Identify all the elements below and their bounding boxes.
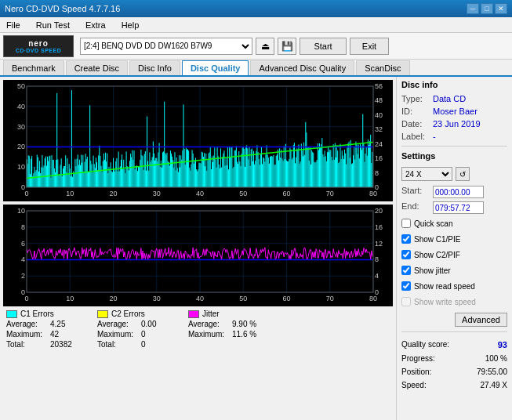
- position-row: Position: 79:55.00: [401, 368, 507, 376]
- legend-c1-total: Total: 20382: [6, 340, 82, 349]
- legend-c2-total-label: Total:: [97, 340, 140, 349]
- tab-advanced-disc-quality[interactable]: Advanced Disc Quality: [250, 60, 354, 75]
- c1-color-box: [6, 310, 17, 318]
- disc-label-value: -: [433, 132, 436, 141]
- legend-jitter-max: Maximum: 11.6 %: [188, 330, 263, 339]
- legend-c2-max-label: Maximum:: [97, 330, 140, 339]
- disc-type-label: Type:: [401, 94, 430, 103]
- refresh-icon[interactable]: ↺: [456, 167, 470, 181]
- legend-c1-avg: Average: 4.25: [6, 320, 82, 328]
- menu-file[interactable]: File: [3, 20, 24, 31]
- legend-c2-total: Total: 0: [97, 340, 172, 349]
- legend-c1: C1 Errors Average: 4.25 Maximum: 42 Tota…: [6, 310, 82, 353]
- show-jitter-checkbox[interactable]: [401, 266, 411, 275]
- tab-disc-quality[interactable]: Disc Quality: [182, 60, 249, 75]
- eject-icon[interactable]: ⏏: [256, 38, 274, 55]
- drive-select[interactable]: [2:4] BENQ DVD DD DW1620 B7W9: [80, 38, 252, 55]
- nero-logo-bottom: CD·DVD SPEED: [16, 48, 62, 53]
- disc-label-row: Label: -: [401, 132, 507, 141]
- disc-info-title: Disc info: [401, 80, 507, 89]
- title-buttons: ─ □ ✕: [467, 3, 507, 14]
- quality-score-label: Quality score:: [401, 340, 449, 349]
- show-read-speed-checkbox[interactable]: [401, 281, 411, 291]
- quick-scan-row: Quick scan: [401, 217, 507, 230]
- maximize-button[interactable]: □: [481, 3, 493, 14]
- legend-c2: C2 Errors Average: 0.00 Maximum: 0 Total…: [97, 310, 172, 353]
- speed-select[interactable]: 24 X: [401, 167, 452, 181]
- nero-logo-top: nero: [28, 39, 49, 48]
- exit-button[interactable]: Exit: [350, 38, 389, 55]
- chart-top: [3, 80, 393, 201]
- legend-c2-max-value: 0: [141, 330, 172, 339]
- chart-area: C1 Errors Average: 4.25 Maximum: 42 Tota…: [0, 77, 396, 420]
- save-icon[interactable]: 💾: [278, 38, 296, 55]
- show-jitter-row: Show jitter: [401, 264, 507, 277]
- disc-date-value: 23 Jun 2019: [433, 119, 481, 129]
- minimize-button[interactable]: ─: [467, 3, 479, 14]
- show-c1pie-checkbox[interactable]: [401, 234, 411, 244]
- settings-title: Settings: [401, 151, 507, 161]
- title-bar: Nero CD-DVD Speed 4.7.7.16 ─ □ ✕: [0, 0, 512, 17]
- divider-2: [401, 331, 507, 332]
- legend-jitter-avg-value: 9.90 %: [232, 320, 263, 328]
- show-write-speed-label: Show write speed: [414, 298, 476, 306]
- legend-jitter: Jitter Average: 9.90 % Maximum: 11.6 %: [188, 310, 263, 353]
- end-label: End:: [401, 201, 430, 214]
- show-write-speed-checkbox[interactable]: [401, 297, 411, 306]
- speed-row: Speed: 27.49 X: [401, 381, 507, 389]
- close-button[interactable]: ✕: [495, 3, 507, 14]
- legend-jitter-title: Jitter: [188, 310, 263, 318]
- quick-scan-label: Quick scan: [414, 219, 452, 228]
- disc-date-label: Date:: [401, 119, 430, 129]
- legend-c2-max: Maximum: 0: [97, 330, 172, 339]
- show-c1pie-label: Show C1/PIE: [414, 235, 460, 244]
- tab-disc-info[interactable]: Disc Info: [129, 60, 180, 75]
- legend-c1-total-label: Total:: [6, 340, 49, 349]
- legend-jitter-max-label: Maximum:: [188, 330, 231, 339]
- speed-label: Speed:: [401, 381, 427, 389]
- legend-c1-label: C1 Errors: [20, 310, 54, 318]
- quick-scan-checkbox[interactable]: [401, 219, 411, 228]
- toolbar: nero CD·DVD SPEED [2:4] BENQ DVD DD DW16…: [0, 33, 512, 60]
- progress-value: 100 %: [485, 354, 507, 363]
- show-c2pif-checkbox[interactable]: [401, 250, 411, 259]
- legend-area: C1 Errors Average: 4.25 Maximum: 42 Tota…: [2, 308, 394, 355]
- jitter-color-box: [188, 310, 199, 318]
- speed-settings-row: 24 X ↺: [401, 167, 507, 181]
- legend-c2-title: C2 Errors: [97, 310, 172, 318]
- position-value: 79:55.00: [477, 368, 507, 376]
- menu-help[interactable]: Help: [118, 20, 143, 31]
- legend-c1-avg-label: Average:: [6, 320, 49, 328]
- disc-id-row: ID: Moser Baer: [401, 107, 507, 116]
- disc-id-value: Moser Baer: [433, 107, 478, 116]
- start-time-row: Start:: [401, 186, 507, 198]
- disc-label-label: Label:: [401, 132, 430, 141]
- show-c1pie-row: Show C1/PIE: [401, 233, 507, 245]
- progress-label: Progress:: [401, 354, 435, 363]
- show-c2pif-label: Show C2/PIF: [414, 251, 460, 259]
- tab-scan-disc[interactable]: ScanDisc: [356, 60, 409, 75]
- legend-c2-total-value: 0: [141, 340, 172, 349]
- menu-extra[interactable]: Extra: [82, 20, 109, 31]
- end-input[interactable]: [433, 201, 484, 214]
- title-text: Nero CD-DVD Speed 4.7.7.16: [5, 4, 120, 13]
- start-label: Start:: [401, 186, 430, 198]
- show-write-speed-row: Show write speed: [401, 295, 507, 308]
- tabs: Benchmark Create Disc Disc Info Disc Qua…: [0, 60, 512, 77]
- legend-c1-total-value: 20382: [50, 340, 82, 349]
- quality-score-value: 93: [498, 340, 507, 349]
- start-input[interactable]: [433, 186, 484, 198]
- quality-score-row: Quality score: 93: [401, 340, 507, 349]
- speed-value: 27.49 X: [481, 381, 507, 389]
- legend-jitter-label: Jitter: [202, 310, 220, 318]
- disc-id-label: ID:: [401, 107, 430, 116]
- menu-run-test[interactable]: Run Test: [33, 20, 73, 31]
- main-content: C1 Errors Average: 4.25 Maximum: 42 Tota…: [0, 77, 512, 420]
- show-c2pif-row: Show C2/PIF: [401, 248, 507, 261]
- advanced-button[interactable]: Advanced: [455, 313, 507, 327]
- tab-create-disc[interactable]: Create Disc: [66, 60, 128, 75]
- position-label: Position:: [401, 368, 431, 376]
- tab-benchmark[interactable]: Benchmark: [3, 60, 64, 75]
- start-button[interactable]: Start: [300, 38, 347, 55]
- right-panel: Disc info Type: Data CD ID: Moser Baer D…: [396, 77, 512, 420]
